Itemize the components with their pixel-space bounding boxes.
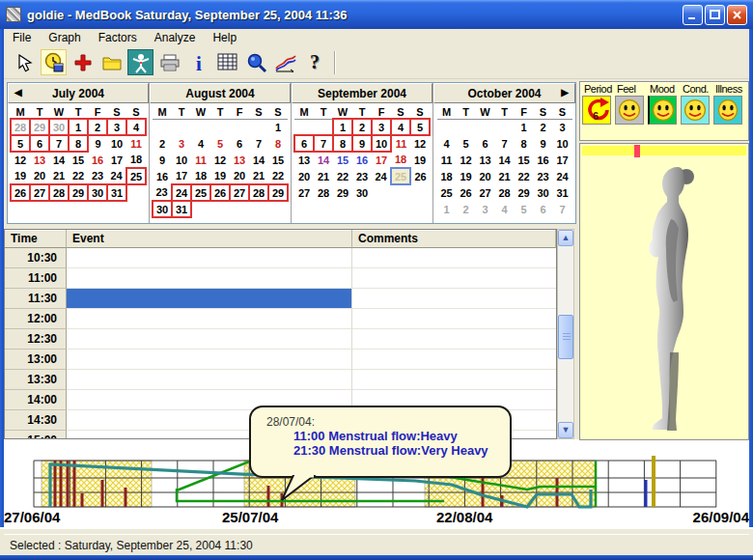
comments-cell[interactable] [352,350,556,370]
calendar-day[interactable]: 3 [553,119,572,135]
calendar-day[interactable]: 11 [126,135,146,152]
calendar-day[interactable]: 9 [534,135,553,152]
calendar-day[interactable]: 13 [230,152,249,168]
calendar-day[interactable]: 30 [49,119,69,135]
calendar-day[interactable]: 12 [11,152,30,168]
column-header-comments[interactable]: Comments [352,230,556,248]
calendar-day[interactable]: 12 [410,135,430,152]
calendar-day[interactable]: 14 [49,152,69,168]
calendar-day[interactable]: 13 [294,152,314,168]
scroll-down-button[interactable]: ▼ [558,422,573,438]
calendar-day[interactable]: 31 [553,184,572,201]
comments-cell[interactable] [352,370,556,390]
time-cell[interactable]: 13:00 [5,350,67,370]
calendar-day[interactable]: 6 [230,135,249,152]
calendar-day[interactable]: 23 [534,168,553,184]
maximize-button[interactable] [705,5,725,25]
calendar-next-icon[interactable]: ▶ [561,87,569,98]
column-header-time[interactable]: Time [5,230,67,248]
calendar-day[interactable]: 18 [191,168,210,184]
time-cell[interactable]: 14:30 [5,410,67,431]
calendar-day[interactable]: 27 [230,184,249,201]
add-event-button[interactable] [70,49,96,75]
calendar-day[interactable]: 22 [69,168,88,184]
calendar-day[interactable]: 26 [457,184,476,201]
calendar-day[interactable]: 1 [268,119,288,135]
calendar-day[interactable]: 26 [210,184,230,201]
calendar-day[interactable]: 8 [268,135,288,152]
calendar-day[interactable]: 7 [495,135,515,152]
calendar-day[interactable]: 15 [333,152,352,168]
calendar-day[interactable]: 28 [11,119,30,135]
title-bar[interactable]: goldie - MedBook Saturday, September 25,… [0,0,753,29]
calendar-day[interactable]: 11 [437,152,457,168]
calendar-day[interactable]: 12 [210,152,230,168]
calendar-day[interactable]: 15 [69,152,88,168]
menu-file[interactable]: File [4,30,40,45]
calendar-day[interactable]: 16 [153,168,172,184]
calendar-day[interactable]: 15 [268,152,288,168]
calendar-prev-icon[interactable]: ◀ [14,87,22,98]
table-view-button[interactable] [214,49,240,75]
graph-button[interactable] [272,49,298,75]
calendar-day[interactable]: 10 [107,135,126,152]
print-button[interactable] [156,49,182,75]
mood-tile[interactable] [648,96,677,125]
event-cell[interactable] [67,350,352,370]
calendar-day[interactable]: 10 [372,135,391,152]
calendar-day[interactable]: 28 [314,184,333,201]
calendar-day[interactable]: 2 [88,119,107,135]
period-tile[interactable]: 6 [582,96,611,125]
info-button[interactable]: i [185,49,211,75]
calendar-day[interactable]: 29 [69,184,88,201]
time-cell[interactable]: 11:30 [5,289,67,309]
calendar-day[interactable]: 24 [107,168,126,184]
calendar-day[interactable]: 7 [49,135,69,152]
calendar-day[interactable]: 7 [249,135,268,152]
calendar-day[interactable]: 3 [172,135,191,152]
calendar-day[interactable]: 8 [515,135,534,152]
scroll-up-button[interactable]: ▲ [558,230,573,246]
column-header-event[interactable]: Event [67,230,352,248]
calendar-day[interactable]: 30 [88,184,107,201]
calendar-day[interactable]: 17 [172,168,191,184]
calendar-day[interactable]: 3 [372,119,391,135]
calendar-day[interactable]: 18 [126,152,146,168]
pointer-button[interactable] [12,49,38,75]
body-panel[interactable] [579,143,749,440]
event-cell[interactable] [67,329,352,350]
time-cell[interactable]: 14:00 [5,390,67,410]
diary-clock-button[interactable] [41,49,67,75]
calendar-day[interactable]: 5 [11,135,30,152]
calendar-day[interactable]: 14 [249,152,268,168]
calendar-day[interactable]: 19 [210,168,230,184]
calendar-day[interactable]: 19 [457,168,476,184]
calendar-day[interactable]: 31 [172,201,191,217]
search-button[interactable] [243,49,269,75]
vertical-scrollbar[interactable]: ▲ ▼ [557,229,574,439]
calendar-day[interactable]: 22 [333,168,352,184]
calendar-day[interactable]: 25 [191,184,210,201]
calendar-day[interactable]: 16 [352,152,372,168]
calendar-day[interactable]: 25 [391,168,410,184]
calendar-day[interactable]: 17 [553,152,572,168]
calendar-day[interactable]: 12 [457,152,476,168]
calendar-day[interactable]: 24 [553,168,572,184]
calendar-day[interactable]: 27 [476,184,495,201]
comments-cell[interactable] [352,329,556,350]
event-cell[interactable] [67,248,352,268]
calendar-day[interactable]: 28 [49,184,69,201]
calendar-day[interactable]: 26 [11,184,30,201]
calendar-day[interactable]: 7 [314,135,333,152]
calendar-day[interactable]: 29 [268,184,288,201]
open-folder-button[interactable] [98,49,125,75]
scroll-thumb[interactable] [558,315,573,359]
calendar-day[interactable]: 31 [107,184,126,201]
calendar-day[interactable]: 14 [314,152,333,168]
calendar-day[interactable]: 10 [172,152,191,168]
calendar-day[interactable]: 21 [495,168,515,184]
calendar-day[interactable]: 3 [107,119,126,135]
calendar-day[interactable]: 19 [11,168,30,184]
calendar-day[interactable]: 4 [495,201,515,217]
calendar-day[interactable]: 4 [437,135,457,152]
